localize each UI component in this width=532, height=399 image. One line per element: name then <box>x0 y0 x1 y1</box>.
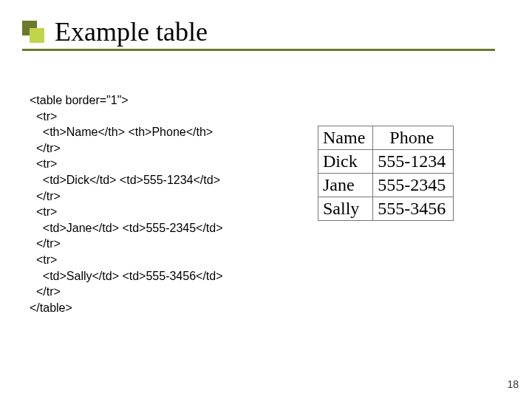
slide-title-bar: Example table <box>22 16 208 47</box>
page-number: 18 <box>507 378 519 390</box>
table-header-phone: Phone <box>373 126 454 150</box>
table-cell-name: Sally <box>318 197 373 221</box>
code-block: <table border="1"> <tr> <th>Name</th> <t… <box>30 92 223 316</box>
table-cell-phone: 555-3456 <box>373 197 454 221</box>
table-header-row: Name Phone <box>318 126 454 150</box>
table-cell-name: Jane <box>318 174 373 197</box>
table-cell-name: Dick <box>318 150 373 174</box>
table-cell-phone: 555-2345 <box>373 174 454 197</box>
title-underline <box>22 49 495 51</box>
table-header-name: Name <box>318 126 373 150</box>
title-bullet-icon <box>22 21 44 43</box>
rendered-table: Name Phone Dick 555-1234 Jane 555-2345 S… <box>318 126 454 221</box>
table-row: Dick 555-1234 <box>318 150 454 174</box>
table-cell-phone: 555-1234 <box>373 150 454 174</box>
table-row: Jane 555-2345 <box>318 174 454 197</box>
slide-title: Example table <box>55 16 208 47</box>
table-row: Sally 555-3456 <box>318 197 454 221</box>
